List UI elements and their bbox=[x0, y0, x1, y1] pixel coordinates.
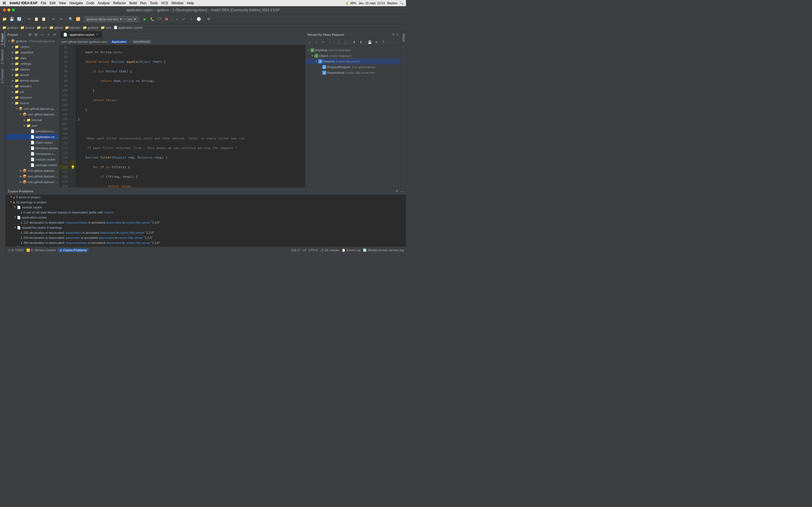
tree-item-pkg-core[interactable]: ▼ 📦 com.github.bjansen.gyokuro.core bbox=[6, 106, 59, 112]
breadcrumb-app-ceylon[interactable]: 📄 application.ceylon bbox=[114, 25, 143, 29]
tab-project[interactable]: 1: Project bbox=[0, 31, 5, 47]
hier-item-anything[interactable]: ▼ C Anything (ceylon.language) bbox=[305, 47, 401, 53]
tree-item-demos[interactable]: ▶ 📁 demos bbox=[6, 72, 59, 78]
menu-analyze[interactable]: Analyze bbox=[98, 1, 110, 5]
hier-btn-8[interactable]: ⬇ bbox=[358, 39, 364, 45]
link-ceylon-http-1[interactable]: ceylon.http.server bbox=[126, 221, 150, 224]
link-responsestatus-1[interactable]: responseStatus bbox=[66, 221, 87, 224]
status-position[interactable]: 116:17 bbox=[291, 248, 301, 252]
hier-btn-help[interactable]: ? bbox=[380, 39, 386, 45]
tree-item-exploded[interactable]: ▶ 📁 .exploded bbox=[6, 50, 59, 55]
bottom-header-gear[interactable]: ⚙ bbox=[396, 189, 398, 193]
toolbar-find-btn[interactable]: 🔍 bbox=[67, 16, 74, 22]
problem-row-app-117[interactable]: ▶ ℹ 117 declaration is deprecated: respo… bbox=[6, 220, 406, 225]
toolbar-paste-btn[interactable]: 📋 bbox=[40, 16, 47, 22]
maximize-button[interactable] bbox=[12, 8, 15, 11]
problem-group-app[interactable]: ▼ 📄 application.ceylon bbox=[6, 215, 406, 220]
menu-code[interactable]: Code bbox=[86, 1, 94, 5]
hier-btn-5[interactable]: ⬚ bbox=[336, 39, 342, 45]
status-jrebel-log[interactable]: 🔄 JRebel remote servers log bbox=[363, 248, 404, 252]
toolbar-cut-btn[interactable]: ✂ bbox=[26, 16, 33, 22]
toolbar-save-btn[interactable]: 💾 bbox=[8, 16, 15, 22]
link-ceylon-http-4[interactable]: ceylon.http.server bbox=[126, 241, 150, 244]
hierarchy-gear-btn[interactable]: ⚙ bbox=[392, 33, 395, 36]
tree-item-pkg-core-inner[interactable]: ▼ 📦 com.github.bjansen.gyokuro.core bbox=[6, 112, 59, 117]
menu-edit[interactable]: Edit bbox=[50, 1, 56, 5]
menu-navigate[interactable]: Navigate bbox=[70, 1, 83, 5]
tree-item-ceylon-hidden[interactable]: ▶ 📁 .ceylon bbox=[6, 44, 59, 50]
problem-row-dispatcher-242[interactable]: ▶ ℹ 242 declaration is deprecated: param… bbox=[6, 230, 406, 235]
sidebar-gear-btn[interactable]: ⚙ bbox=[28, 32, 33, 37]
toolbar-replace-btn[interactable]: 🔁 bbox=[75, 16, 82, 22]
toolbar-sync-btn[interactable]: 🔄 bbox=[16, 16, 22, 22]
menu-window[interactable]: Window bbox=[171, 1, 184, 5]
status-encoding[interactable]: UTF-8 bbox=[309, 248, 317, 252]
menu-refactor[interactable]: Refactor bbox=[113, 1, 126, 5]
link-responsestatus-2[interactable]: responseStatus bbox=[66, 241, 87, 244]
link-deprecated-2[interactable]: deprecated bbox=[100, 231, 116, 234]
tree-item-report[interactable]: ▶ 📦 com.github.bjansen.gyokuro.report bbox=[6, 168, 59, 173]
toolbar-history-btn[interactable]: 🕐 bbox=[195, 16, 202, 22]
link-deprecated-3[interactable]: deprecated bbox=[99, 236, 114, 239]
status-todo[interactable]: ⚠ 6: TODO bbox=[8, 248, 24, 252]
tree-item-resource[interactable]: ▶ 📁 resource bbox=[6, 95, 59, 100]
toolbar-redo-btn[interactable]: ↪ bbox=[57, 16, 64, 22]
link-deprecated-1[interactable]: deprecated bbox=[106, 221, 121, 224]
tree-item-source[interactable]: ▼ 📁 source bbox=[6, 100, 59, 106]
breadcrumb-bjansen[interactable]: 📁 bjansen bbox=[65, 25, 81, 30]
tree-item-transform-api[interactable]: ▶ 📦 com.github.bjansen.gyokuro.transform… bbox=[6, 173, 59, 179]
problem-row-dispatcher-305[interactable]: ▶ ℹ 305 declaration is deprecated: respo… bbox=[6, 240, 406, 245]
hier-btn-7[interactable]: ⬆ bbox=[351, 39, 357, 45]
toolbar-vcs-btn[interactable]: ↕ bbox=[173, 16, 180, 22]
tree-item-application[interactable]: ▶ 📄 application.ceylon bbox=[6, 134, 59, 140]
tree-item-module[interactable]: ▶ 📄 module.ceylon bbox=[6, 157, 59, 162]
menu-view[interactable]: View bbox=[59, 1, 66, 5]
apple-menu[interactable]: ⌘ bbox=[2, 1, 6, 5]
breadcrumb-source[interactable]: 📁 source bbox=[20, 25, 35, 30]
toolbar-push-btn[interactable]: ↑ bbox=[188, 16, 195, 22]
hier-item-request[interactable]: ▼ I Request (ceylon.http.server) bbox=[305, 59, 401, 64]
tree-item-annotations[interactable]: ▶ 📄 annotations.ceylon bbox=[6, 128, 59, 134]
code-content[interactable]: hash == String.hash; shared actual Boole… bbox=[75, 45, 305, 187]
toolbar-commit-btn[interactable]: ✓ bbox=[181, 16, 188, 22]
breadcrumb-gyokuro2[interactable]: 📁 gyokuro bbox=[83, 25, 98, 30]
link-parameters[interactable]: parameters bbox=[66, 231, 82, 234]
status-ceylon-problems[interactable]: ⚠ Ceylon Problems bbox=[58, 248, 89, 252]
toolbar-undo-btn[interactable]: ↩ bbox=[50, 16, 57, 22]
tab-structure[interactable]: 2: Structure bbox=[0, 47, 5, 66]
tree-item-package[interactable]: ▶ 📄 package.ceylon bbox=[6, 162, 59, 168]
menu-help[interactable]: Help bbox=[187, 1, 194, 5]
tree-item-demos-assets[interactable]: ▶ 📁 demos-assets bbox=[6, 78, 59, 83]
editor-tab-application[interactable]: 📄 application.ceylon ✕ bbox=[60, 31, 102, 38]
tree-item-flash[interactable]: ▶ 📄 Flash.ceylon bbox=[6, 140, 59, 145]
link-maven1[interactable]: maven: bbox=[104, 211, 114, 214]
app-menu-intellij[interactable]: IntelliJ IDEA-EAP bbox=[10, 1, 38, 5]
hier-btn-4[interactable]: ↓ bbox=[327, 39, 333, 45]
breadcrumb-github[interactable]: 📁 github bbox=[49, 25, 63, 30]
toolbar-debug-btn[interactable]: 🐛 bbox=[149, 16, 156, 22]
hier-item-object[interactable]: ▼ C Object (ceylon.language) bbox=[305, 53, 401, 59]
toolbar-coverage-btn[interactable]: 🛡 bbox=[156, 16, 163, 22]
problem-group-module1[interactable]: ▼ 📄 module.ceylon bbox=[6, 205, 406, 210]
hier-item-requestimpl[interactable]: ▶ C RequestImpl (ceylon.http.server.inte… bbox=[305, 70, 401, 75]
hier-item-requestwrapper[interactable]: ▶ C RequestWrapper (com.github.bjanse… bbox=[305, 64, 401, 70]
tab-jrebel[interactable]: JRebel bbox=[402, 31, 406, 44]
breadcrumb-com[interactable]: 📁 com bbox=[37, 25, 47, 30]
hier-btn-3[interactable]: ↑↑ bbox=[320, 39, 326, 45]
sidebar-sync-btn[interactable]: ⊞ bbox=[34, 32, 39, 37]
hierarchy-close-btn[interactable]: ✕ bbox=[396, 33, 399, 36]
editor-breadcrumb-method[interactable]: serveRoot() bbox=[132, 40, 151, 44]
status-git[interactable]: ⎇ Git: master bbox=[320, 248, 340, 252]
search-icon[interactable]: 🔍 bbox=[400, 1, 404, 5]
link-ceylon-http-2[interactable]: ceylon.http.server bbox=[120, 231, 144, 234]
problem-row-warnings[interactable]: ▼ ● 11 warnings in project bbox=[6, 200, 406, 205]
tree-item-settings[interactable]: ▶ 📁 .settings bbox=[6, 61, 59, 66]
close-button[interactable] bbox=[3, 8, 6, 11]
breadcrumb-gyokuro[interactable]: 📁 gyokuro bbox=[2, 25, 18, 30]
tree-item-mimeparse[interactable]: ▶ 📄 mimeparse.ceylon bbox=[6, 151, 59, 157]
minimize-button[interactable] bbox=[7, 8, 10, 11]
editor-breadcrumb-class[interactable]: Application bbox=[110, 40, 129, 44]
tree-item-internal[interactable]: ▶ 📁 internal bbox=[6, 117, 59, 123]
tree-item-modules[interactable]: ▶ 📁 modules bbox=[6, 83, 59, 89]
toolbar-copy-btn[interactable]: 📋 bbox=[33, 16, 40, 22]
